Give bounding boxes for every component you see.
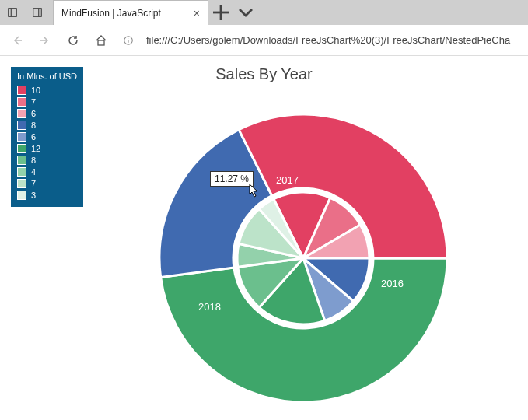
legend-item: 8 bbox=[17, 154, 77, 166]
svg-rect-8 bbox=[98, 40, 104, 45]
legend-item: 12 bbox=[17, 142, 77, 154]
window-panel-left-icon[interactable] bbox=[0, 0, 25, 25]
legend-label: 8 bbox=[31, 156, 36, 165]
browser-toolbar bbox=[0, 25, 528, 56]
cursor-icon bbox=[249, 184, 260, 198]
legend-swatch bbox=[17, 191, 26, 200]
slice-label-2017: 2017 bbox=[276, 174, 299, 186]
legend-item: 8 bbox=[17, 119, 77, 131]
home-button[interactable] bbox=[89, 28, 114, 53]
tab-title: MindFusion | JavaScript bbox=[61, 8, 187, 19]
legend-item: 7 bbox=[17, 96, 77, 107]
legend-label: 3 bbox=[31, 191, 36, 200]
legend-swatch bbox=[17, 167, 26, 177]
legend-label: 7 bbox=[31, 97, 36, 107]
window-panel-right-icon[interactable] bbox=[25, 0, 50, 25]
address-bar[interactable] bbox=[142, 30, 523, 51]
tab-strip: MindFusion | JavaScript × bbox=[50, 0, 528, 25]
legend-label: 12 bbox=[31, 144, 40, 153]
legend-label: 8 bbox=[31, 121, 36, 130]
legend-swatch bbox=[17, 132, 26, 142]
legend-item: 10 bbox=[17, 84, 77, 96]
slice-label-2018: 2018 bbox=[198, 301, 221, 313]
legend-item: 4 bbox=[17, 166, 77, 177]
legend-label: 6 bbox=[31, 109, 36, 118]
refresh-button[interactable] bbox=[61, 28, 86, 53]
close-icon[interactable]: × bbox=[194, 7, 200, 19]
legend-item: 6 bbox=[17, 107, 77, 119]
new-tab-button[interactable] bbox=[208, 0, 233, 25]
page-content: Sales By Year In Mlns. of USD 1076861284… bbox=[0, 56, 528, 420]
chart-tooltip: 11.27 % bbox=[210, 171, 254, 187]
legend-item: 6 bbox=[17, 131, 77, 142]
back-button[interactable] bbox=[5, 28, 30, 53]
legend-label: 10 bbox=[31, 86, 40, 95]
window-titlebar: MindFusion | JavaScript × bbox=[0, 0, 528, 25]
slice-label-2016: 2016 bbox=[381, 278, 404, 289]
legend-swatch bbox=[17, 121, 26, 130]
legend-swatch bbox=[17, 156, 26, 165]
legend-swatch bbox=[17, 144, 26, 153]
legend-item: 7 bbox=[17, 177, 77, 189]
legend-item: 3 bbox=[17, 189, 77, 201]
browser-tab[interactable]: MindFusion | JavaScript × bbox=[53, 0, 208, 25]
legend-label: 6 bbox=[31, 132, 36, 142]
legend-title: In Mlns. of USD bbox=[17, 72, 77, 81]
legend-swatch bbox=[17, 179, 26, 188]
forward-button[interactable] bbox=[33, 28, 58, 53]
legend-swatch bbox=[17, 97, 26, 107]
chart-title: Sales By Year bbox=[8, 65, 520, 83]
legend-label: 4 bbox=[31, 167, 36, 177]
site-info-icon[interactable] bbox=[117, 30, 138, 51]
tabs-chevron-down-icon[interactable] bbox=[233, 0, 258, 25]
legend-swatch bbox=[17, 86, 26, 95]
nested-pie-chart: 2016 2017 2018 11.27 % bbox=[148, 103, 467, 414]
legend-swatch bbox=[17, 109, 26, 118]
svg-rect-0 bbox=[9, 9, 17, 17]
svg-rect-2 bbox=[33, 9, 42, 17]
chart-legend: In Mlns. of USD 107686128473 bbox=[11, 67, 83, 207]
legend-label: 7 bbox=[31, 179, 36, 188]
